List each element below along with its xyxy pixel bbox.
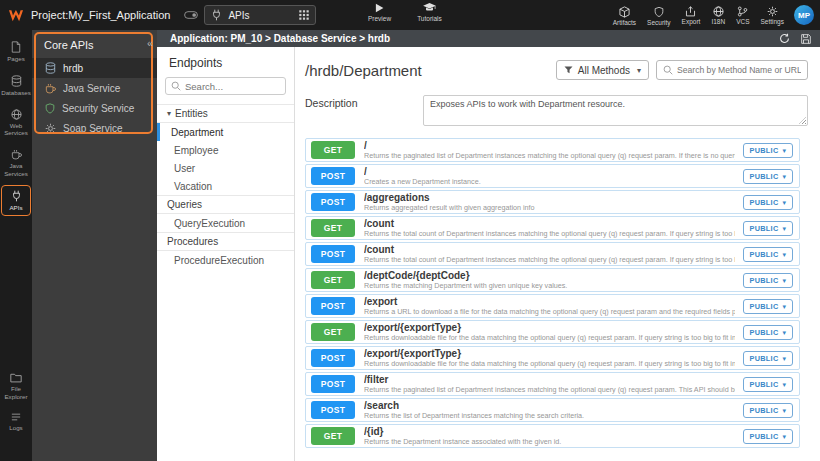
endpoints-search-input[interactable]: [185, 81, 280, 92]
caret-down-icon: ▾: [782, 303, 786, 310]
sidebar-item-label: Databases: [1, 89, 31, 97]
database-icon: [45, 62, 56, 74]
method-badge: POST: [311, 349, 355, 367]
access-dropdown[interactable]: PUBLIC▾: [743, 247, 793, 262]
api-endpoint-row[interactable]: GET/Returns the paginated list of Depart…: [305, 138, 800, 162]
core-apis-title: Core APIs: [32, 30, 157, 58]
endpoint-item-employee[interactable]: Employee: [157, 141, 294, 159]
endpoints-section-queries[interactable]: Queries: [157, 195, 294, 214]
sidebar-item-label: Logs: [9, 424, 22, 432]
endpoints-panel: Endpoints ▾EntitiesDepartmentEmployeeUse…: [157, 47, 295, 461]
export-button[interactable]: Export: [682, 6, 701, 26]
save-icon[interactable]: [801, 34, 811, 44]
breadcrumb-bar: Application: PM_10 > Database Service > …: [157, 30, 820, 47]
access-dropdown[interactable]: PUBLIC▾: [743, 325, 793, 340]
pages-icon: [11, 41, 21, 53]
endpoints-tree: ▾EntitiesDepartmentEmployeeUserVacationQ…: [157, 104, 294, 269]
switch-icon[interactable]: [184, 11, 198, 19]
workspace-dropdown[interactable]: APIs: [204, 5, 316, 25]
i18n-button[interactable]: I18N: [711, 6, 725, 26]
method-badge: POST: [311, 297, 355, 315]
action-label: VCS: [736, 18, 749, 25]
endpoints-section-entities[interactable]: ▾Entities: [157, 104, 294, 123]
core-api-item-label: hrdb: [63, 63, 83, 74]
api-endpoint-row[interactable]: POST/exportReturns a URL to download a f…: [305, 294, 800, 318]
core-api-item-hrdb[interactable]: hrdb: [32, 58, 157, 78]
api-endpoint-row[interactable]: POST/countReturns the total count of Dep…: [305, 242, 800, 266]
api-endpoint-row[interactable]: GET/deptCode/{deptCode}Returns the match…: [305, 268, 800, 292]
description-label: Description: [305, 95, 423, 126]
endpoint-text: /Creates a new Department instance.: [364, 166, 735, 186]
access-dropdown[interactable]: PUBLIC▾: [743, 195, 793, 210]
api-endpoint-row[interactable]: GET/export/{exportType}Returns downloada…: [305, 320, 800, 344]
api-endpoint-row[interactable]: GET/countReturns the total count of Depa…: [305, 216, 800, 240]
endpoint-description: Creates a new Department instance.: [364, 178, 735, 186]
access-dropdown[interactable]: PUBLIC▾: [743, 143, 793, 158]
sidebar-item-file-explorer[interactable]: File Explorer: [1, 368, 31, 406]
sidebar-item-label: Java Services: [2, 162, 30, 178]
sidebar-item-web-services[interactable]: Web Services: [1, 104, 31, 143]
method-badge: POST: [311, 401, 355, 419]
api-endpoint-row[interactable]: POST/Creates a new Department instance.P…: [305, 164, 800, 188]
vcs-button[interactable]: VCS: [736, 6, 749, 26]
endpoint-description: Returns downloadable file for the data m…: [364, 360, 735, 368]
collapse-panel-button[interactable]: «: [147, 37, 153, 49]
api-endpoint-row[interactable]: POST/filterReturns the paginated list of…: [305, 372, 800, 396]
api-endpoint-row[interactable]: POST/aggregationsReturns aggregated resu…: [305, 190, 800, 214]
access-label: PUBLIC: [750, 276, 779, 285]
endpoint-item-procedureexecution[interactable]: ProcedureExecution: [157, 251, 294, 269]
avatar[interactable]: MP: [794, 5, 814, 25]
refresh-icon[interactable]: [779, 33, 790, 44]
endpoints-section-procedures[interactable]: Procedures: [157, 232, 294, 251]
main-header: /hrdb/Department All Methods ▾: [295, 47, 820, 80]
endpoint-path: /count: [364, 218, 735, 229]
coffee-icon: [11, 149, 22, 160]
core-api-item-soap-service[interactable]: Soap Service: [32, 118, 157, 138]
action-label: Security: [647, 19, 670, 26]
access-dropdown[interactable]: PUBLIC▾: [743, 429, 793, 444]
core-api-item-java-service[interactable]: Java Service: [32, 78, 157, 98]
shield-icon: [45, 103, 55, 114]
access-dropdown[interactable]: PUBLIC▾: [743, 299, 793, 314]
sidebar-item-databases[interactable]: Databases: [1, 70, 31, 102]
endpoint-item-department[interactable]: Department: [157, 123, 294, 141]
settings-button[interactable]: Settings: [761, 6, 785, 26]
access-dropdown[interactable]: PUBLIC▾: [743, 403, 793, 418]
sidebar-item-logs[interactable]: Logs: [1, 407, 31, 437]
access-dropdown[interactable]: PUBLIC▾: [743, 169, 793, 184]
methods-filter-dropdown[interactable]: All Methods ▾: [556, 60, 649, 80]
endpoint-path: /filter: [364, 374, 735, 385]
access-label: PUBLIC: [750, 146, 779, 155]
method-badge: POST: [311, 245, 355, 263]
access-dropdown[interactable]: PUBLIC▾: [743, 351, 793, 366]
breadcrumb: Application: PM_10 > Database Service > …: [170, 33, 390, 44]
method-badge: POST: [311, 193, 355, 211]
access-dropdown[interactable]: PUBLIC▾: [743, 377, 793, 392]
api-icon: [11, 190, 22, 202]
preview-button[interactable]: Preview: [368, 3, 391, 22]
security-button[interactable]: Security: [647, 6, 670, 26]
description-textarea[interactable]: Exposes APIs to work with Department res…: [423, 95, 808, 126]
access-dropdown[interactable]: PUBLIC▾: [743, 221, 793, 236]
endpoint-text: /searchReturns the list of Department in…: [364, 400, 735, 420]
tutorials-button[interactable]: Tutorials: [417, 3, 442, 22]
caret-down-icon: ▾: [782, 251, 786, 258]
core-api-item-label: Java Service: [63, 83, 120, 94]
endpoint-item-queryexecution[interactable]: QueryExecution: [157, 214, 294, 232]
api-endpoint-row[interactable]: POST/export/{exportType}Returns download…: [305, 346, 800, 370]
api-endpoint-row[interactable]: GET/{id}Returns the Department instance …: [305, 424, 800, 448]
method-badge: GET: [311, 323, 355, 341]
endpoint-item-vacation[interactable]: Vacation: [157, 177, 294, 195]
grid-icon[interactable]: [299, 10, 309, 20]
artifacts-button[interactable]: Artifacts: [613, 6, 636, 26]
access-dropdown[interactable]: PUBLIC▾: [743, 273, 793, 288]
sidebar-item-pages[interactable]: Pages: [1, 36, 31, 68]
core-api-item-security-service[interactable]: Security Service: [32, 98, 157, 118]
endpoint-item-user[interactable]: User: [157, 159, 294, 177]
endpoint-text: /export/{exportType}Returns downloadable…: [364, 322, 735, 342]
sidebar-item-java-services[interactable]: Java Services: [1, 144, 31, 183]
gear-icon: [767, 6, 778, 17]
method-search-input[interactable]: [677, 65, 801, 75]
api-endpoint-row[interactable]: POST/searchReturns the list of Departmen…: [305, 398, 800, 422]
sidebar-item-apis[interactable]: APIs: [1, 185, 31, 217]
